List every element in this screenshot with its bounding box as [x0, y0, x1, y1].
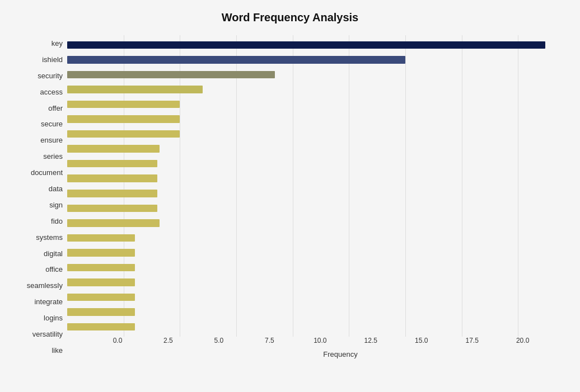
bar: [67, 205, 157, 212]
bar: [67, 41, 545, 49]
bar-row: [67, 112, 563, 127]
bar: [67, 234, 135, 242]
chart-area: keyishieldsecurityaccessoffersecureensur…: [17, 35, 563, 358]
bars-wrapper: [67, 35, 563, 337]
bar: [67, 264, 135, 272]
y-label: ishield: [17, 56, 63, 63]
bar: [67, 130, 180, 138]
bar-row: [67, 82, 563, 97]
bar: [67, 294, 135, 301]
bar-row: [67, 260, 563, 275]
y-label: office: [17, 266, 63, 273]
bar: [67, 145, 160, 153]
bar-row: [67, 201, 563, 216]
y-label: versatility: [17, 330, 63, 338]
bar-row: [67, 305, 563, 320]
bar: [67, 71, 275, 79]
bar: [67, 219, 160, 227]
y-label: systems: [17, 234, 63, 241]
y-label: document: [17, 169, 63, 176]
x-tick: 5.0: [214, 337, 224, 344]
bar-row: [67, 97, 563, 112]
bar-row: [67, 141, 563, 157]
y-label: seamlessly: [17, 282, 63, 289]
y-label: data: [17, 185, 63, 192]
x-tick: 17.5: [465, 337, 478, 344]
y-label: sign: [17, 201, 63, 209]
bar: [67, 160, 157, 168]
bar-row: [67, 230, 563, 245]
bar-row: [67, 216, 563, 231]
x-axis-section: 0.02.55.07.510.012.515.017.520.0 Frequen…: [118, 337, 563, 358]
y-label: ensure: [17, 136, 63, 144]
y-axis: keyishieldsecurityaccessoffersecureensur…: [17, 35, 67, 358]
bar-row: [67, 186, 563, 201]
bar: [67, 86, 203, 93]
bar: [67, 115, 180, 123]
y-label: digital: [17, 250, 63, 257]
bar: [67, 278, 135, 286]
bar: [67, 101, 180, 108]
bar-row: [67, 67, 563, 82]
bar-row: [67, 126, 563, 141]
chart-container: Word Frequency Analysis keyishieldsecuri…: [0, 0, 580, 392]
chart-title: Word Frequency Analysis: [17, 11, 563, 24]
y-label: logins: [17, 314, 63, 322]
y-label: access: [17, 88, 63, 96]
x-tick: 15.0: [415, 337, 428, 344]
bar: [67, 56, 405, 64]
x-tick: 2.5: [163, 337, 173, 344]
x-tick: 7.5: [265, 337, 274, 344]
bar-row: [67, 53, 563, 68]
bar-row: [67, 275, 563, 290]
y-label: key: [17, 40, 63, 47]
bar: [67, 323, 135, 331]
x-tick: 10.0: [314, 337, 326, 344]
bar-row: [67, 37, 563, 53]
plot-area: [67, 35, 563, 337]
x-tick: 20.0: [516, 337, 529, 344]
bar-row: [67, 156, 563, 171]
y-label: secure: [17, 120, 63, 127]
bar: [67, 190, 157, 197]
y-label: integrate: [17, 298, 63, 305]
y-label: fido: [17, 218, 63, 225]
x-axis-label: Frequency: [118, 350, 563, 358]
y-label: security: [17, 72, 63, 79]
x-tick: 12.5: [364, 337, 377, 344]
bar-row: [67, 290, 563, 305]
bar-row: [67, 245, 563, 261]
y-label: like: [17, 347, 63, 354]
bar: [67, 308, 135, 316]
bar: [67, 174, 157, 182]
bar-row: [67, 171, 563, 186]
x-axis: 0.02.55.07.510.012.515.017.520.0: [118, 337, 563, 348]
bar-row: [67, 319, 563, 334]
x-tick: 0.0: [113, 337, 123, 344]
bar: [67, 249, 135, 257]
y-label: series: [17, 153, 63, 160]
y-label: offer: [17, 105, 63, 112]
